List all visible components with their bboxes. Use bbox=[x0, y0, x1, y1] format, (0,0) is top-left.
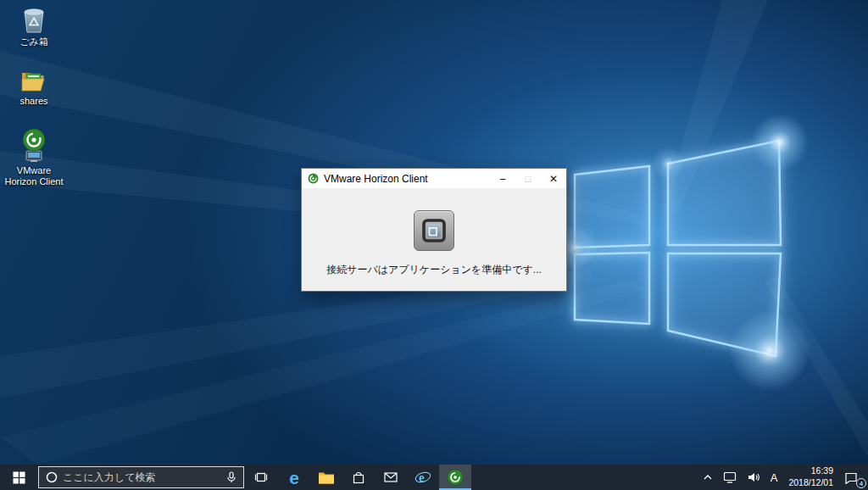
action-center-button[interactable]: 4 bbox=[839, 465, 866, 490]
edge-icon: e bbox=[289, 469, 299, 487]
minimize-button[interactable]: – bbox=[490, 169, 515, 188]
taskbar-app-vmware-horizon[interactable] bbox=[439, 465, 471, 490]
dialog-status-message: 接続サーバはアプリケーションを準備中です... bbox=[326, 263, 542, 277]
task-view-icon bbox=[254, 471, 268, 483]
clock-time: 16:39 bbox=[788, 465, 833, 477]
windows-logo-icon bbox=[13, 471, 25, 484]
mail-icon bbox=[384, 472, 398, 482]
desktop-icon-label: ごみ箱 bbox=[19, 36, 48, 47]
windows-desktop: ごみ箱 shares VMware Horizon Clien bbox=[0, 0, 868, 490]
vmware-horizon-logo-icon bbox=[308, 173, 319, 184]
application-placeholder-icon bbox=[414, 210, 454, 251]
system-tray: A 16:39 2018/12/01 4 bbox=[698, 465, 868, 490]
shared-folder-icon bbox=[19, 68, 48, 93]
desktop-icon-label: VMware Horizon Client bbox=[1, 165, 67, 187]
taskbar-app-internet-explorer[interactable]: e bbox=[407, 465, 439, 490]
taskbar-app-edge[interactable]: e bbox=[278, 465, 310, 490]
taskbar-app-store[interactable] bbox=[342, 465, 375, 490]
network-status-button[interactable] bbox=[718, 465, 742, 490]
notification-badge: 4 bbox=[856, 478, 866, 488]
show-hidden-icons-button[interactable] bbox=[698, 465, 718, 490]
close-button[interactable]: ✕ bbox=[541, 169, 566, 188]
dialog-titlebar[interactable]: VMware Horizon Client – □ ✕ bbox=[302, 169, 566, 188]
start-button[interactable] bbox=[0, 465, 38, 490]
dialog-title: VMware Horizon Client bbox=[324, 173, 428, 185]
chevron-up-icon bbox=[703, 474, 713, 481]
taskbar-clock[interactable]: 16:39 2018/12/01 bbox=[782, 465, 839, 488]
taskbar: e bbox=[0, 465, 868, 490]
ime-mode-label: A bbox=[771, 471, 778, 484]
desktop-icon-vmware-horizon-client[interactable]: VMware Horizon Client bbox=[1, 127, 67, 187]
vmware-horizon-icon bbox=[447, 469, 464, 486]
microphone-icon[interactable] bbox=[226, 471, 236, 483]
search-icon bbox=[46, 471, 58, 483]
task-view-button[interactable] bbox=[244, 465, 278, 490]
file-explorer-icon bbox=[318, 471, 335, 484]
clock-date: 2018/12/01 bbox=[788, 477, 833, 489]
vmware-horizon-icon bbox=[18, 127, 50, 163]
desktop-icon-label: shares bbox=[19, 96, 47, 107]
store-icon bbox=[352, 471, 365, 484]
internet-explorer-icon: e bbox=[415, 469, 431, 486]
search-input[interactable] bbox=[63, 471, 221, 483]
vmware-horizon-dialog: VMware Horizon Client – □ ✕ 接続サーバはアプリケーシ… bbox=[301, 168, 567, 292]
taskbar-app-mail[interactable] bbox=[375, 465, 407, 490]
recycle-bin-icon bbox=[21, 5, 47, 34]
desktop-icon-shares[interactable]: shares bbox=[1, 68, 67, 107]
desktop-icon-recycle-bin[interactable]: ごみ箱 bbox=[1, 5, 67, 47]
dialog-body: 接続サーバはアプリケーションを準備中です... bbox=[302, 188, 566, 277]
maximize-button[interactable]: □ bbox=[515, 169, 541, 188]
volume-button[interactable] bbox=[742, 465, 765, 490]
network-icon bbox=[723, 471, 737, 483]
taskbar-app-file-explorer[interactable] bbox=[310, 465, 342, 490]
speaker-icon bbox=[747, 471, 760, 483]
taskbar-search-box[interactable] bbox=[38, 466, 244, 488]
ime-mode-button[interactable]: A bbox=[765, 465, 783, 490]
